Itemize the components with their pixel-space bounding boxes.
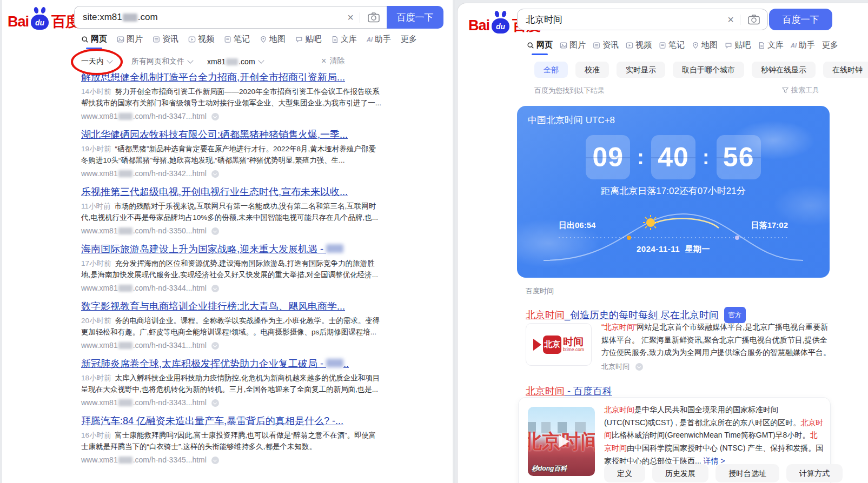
- clock-hours: 09: [586, 135, 630, 179]
- result-title-link[interactable]: 数字影视教育与电商培训企业排行榜:北大青鸟、飓风电商学...: [81, 300, 385, 312]
- tab-video[interactable]: 视频: [188, 34, 214, 49]
- filter-chip-0[interactable]: 全部: [534, 62, 568, 78]
- result-title-link[interactable]: 北京时间 - 百度百科: [526, 385, 612, 398]
- filter-scope[interactable]: 所有网页和文件: [131, 57, 193, 66]
- result-age: 20小时前: [81, 317, 111, 325]
- flip-clock: 09 : 40 : 56: [517, 135, 830, 179]
- result-title-link[interactable]: 海南国际旅游岛建设上升为国家战略,迎来重大发展机遇 -: [81, 243, 385, 255]
- tab-news[interactable]: 资讯: [593, 40, 619, 55]
- timezone-label: 中国北京时间 UTC+8: [528, 114, 615, 126]
- result-source: 北京时间: [601, 362, 643, 372]
- result-menu-caret-icon[interactable]: [211, 399, 219, 407]
- result-title-link[interactable]: 湖北华健硒园农牧科技有限公司:硒都黑猪种猪销售火爆,一季...: [81, 129, 385, 140]
- redacted-text: [118, 170, 132, 177]
- search-input[interactable]: 北京时间 ×: [517, 9, 768, 30]
- clock-colon: :: [637, 146, 644, 169]
- image-icon: [560, 42, 567, 49]
- ai-icon: Ai: [367, 36, 373, 43]
- tab-assistant[interactable]: Ai助手: [791, 40, 815, 55]
- news-icon: [593, 42, 600, 49]
- baike-chip-3[interactable]: 计算方式: [786, 464, 843, 482]
- result-title-link[interactable]: 解放思想健全机制打造平台全力招商,开创全市招商引资新局...: [81, 71, 385, 83]
- tab-more[interactable]: 更多: [822, 40, 838, 55]
- result-snippet: 19小时前“硒都黑猪”新品种选育肯定要在原产地进行才行。2022年8月,黄木垭村…: [81, 143, 383, 166]
- quick-filter-chips: 全部校准实时显示取自于哪个城市秒钟在线显示在线时钟哪个城市: [534, 62, 868, 78]
- filter-chip-1[interactable]: 校准: [575, 62, 609, 78]
- tab-news[interactable]: 资讯: [153, 34, 178, 49]
- tab-image[interactable]: 图片: [560, 40, 586, 55]
- clear-input-icon[interactable]: ×: [721, 14, 740, 25]
- redacted-text: [326, 359, 343, 367]
- tab-webpage[interactable]: 网页: [81, 34, 107, 49]
- result-title-link[interactable]: 新冠肺炎席卷全球,太库积极发挥优势助力企业复工破局 - ..: [81, 358, 385, 370]
- result-snippet: 17小时前充分发挥海南的区位和资源优势,建设海南国际旅游岛,打造有国际竞争力的旅…: [81, 258, 383, 280]
- tab-tieba[interactable]: 贴吧: [295, 34, 321, 49]
- search-query-text: 北京时间: [518, 14, 562, 26]
- baidu-paw-icon: du: [30, 6, 50, 30]
- tab-map[interactable]: 地图: [260, 34, 286, 49]
- baike-chip-0[interactable]: 定义: [604, 464, 645, 482]
- tab-wenku[interactable]: 文库: [331, 34, 357, 49]
- logo-bai-text: Bai: [468, 17, 489, 34]
- card-source-label: 百度时间: [526, 286, 554, 296]
- camera-search-icon[interactable]: [740, 14, 767, 25]
- result-menu-caret-icon[interactable]: [211, 342, 219, 350]
- clock-colon: :: [703, 146, 710, 169]
- filter-chip-3[interactable]: 取自于哪个城市: [673, 62, 744, 78]
- filter-time-range[interactable]: 一天内: [81, 57, 112, 66]
- result-url: www.xm81.com/h-nd-3345...html: [81, 455, 385, 464]
- result-title-link[interactable]: 乐视推第三代超级电视,开创电视行业生态时代,宣布未来以收...: [81, 186, 385, 198]
- tab-assistant[interactable]: Ai助手: [367, 34, 391, 49]
- result-menu-caret-icon[interactable]: [211, 170, 219, 178]
- result-snippet: “北京时间”网站是北京首个市级融媒体平台,是北京广播电视台重要新媒体平台。 汇聚…: [601, 321, 831, 359]
- tab-note[interactable]: 笔记: [659, 40, 685, 55]
- result-thumbnail-btime-logo[interactable]: 北京 时间 btime.com: [526, 323, 592, 366]
- result-menu-caret-icon[interactable]: [211, 227, 219, 235]
- result-age: 19小时前: [81, 145, 111, 153]
- baike-video-thumbnail[interactable]: 北京时间 秒dong百科: [528, 407, 595, 476]
- video-icon: [626, 42, 633, 49]
- result-title-link[interactable]: 拜腾汽车:84 亿融资未造出量产车,暴雷背后的真相是什么? -...: [81, 415, 385, 427]
- clear-input-icon[interactable]: ×: [341, 12, 360, 23]
- chevron-down-icon: [107, 57, 112, 63]
- tab-webpage[interactable]: 网页: [527, 40, 553, 55]
- baike-chip-2[interactable]: 授时台选址: [715, 464, 779, 482]
- tab-video[interactable]: 视频: [626, 40, 652, 55]
- tab-wenku[interactable]: 文库: [758, 40, 784, 55]
- filter-chip-4[interactable]: 秒钟在线显示: [752, 62, 816, 78]
- tab-note[interactable]: 笔记: [224, 34, 250, 49]
- search-input[interactable]: site:xm81.com ×: [74, 6, 387, 29]
- filter-chip-2[interactable]: 实时显示: [617, 62, 665, 78]
- search-result: 新冠肺炎席卷全球,太库积极发挥优势助力企业复工破局 - ..18小时前太库入孵科…: [81, 358, 385, 407]
- left-browser-page: Bai du 百度 site:xm81.com × 百度一下 网页图片资讯视频笔…: [2, 0, 453, 483]
- clock-seconds: 56: [717, 135, 761, 179]
- search-button[interactable]: 百度一下: [769, 9, 832, 30]
- map-pin-icon: [692, 42, 699, 49]
- result-menu-caret-icon[interactable]: [211, 285, 219, 292]
- baike-section-chips: 定义历史发展授时台选址计算方式: [604, 464, 843, 482]
- result-menu-caret-icon[interactable]: [635, 363, 643, 371]
- redacted-text: [118, 227, 132, 234]
- result-menu-caret-icon[interactable]: [211, 113, 219, 120]
- search-button[interactable]: 百度一下: [387, 6, 443, 29]
- search-results-list: 解放思想健全机制打造平台全力招商,开创全市招商引资新局...14小时前努力开创全…: [81, 71, 385, 472]
- clear-filters-button[interactable]: ×清除: [321, 56, 344, 66]
- redacted-text: [123, 14, 137, 22]
- camera-search-icon[interactable]: [360, 12, 387, 23]
- search-result: 解放思想健全机制打造平台全力招商,开创全市招商引资新局...14小时前努力开创全…: [81, 71, 385, 120]
- active-tab-underline: [532, 53, 548, 55]
- baidu-logo[interactable]: Bai du 百度: [8, 6, 79, 30]
- filter-chip-5[interactable]: 在线时钟: [823, 62, 868, 78]
- tab-map[interactable]: 地图: [692, 40, 718, 55]
- result-menu-caret-icon[interactable]: [211, 457, 219, 464]
- filter-site[interactable]: xm81.com: [207, 57, 263, 66]
- tab-image[interactable]: 图片: [117, 34, 143, 49]
- baike-chip-1[interactable]: 历史发展: [652, 464, 708, 482]
- search-tools-button[interactable]: 搜索工具: [782, 85, 819, 95]
- close-icon: ×: [321, 57, 326, 65]
- redacted-text: [118, 399, 132, 406]
- search-query-text: site:xm81.com: [75, 12, 158, 23]
- tab-tieba[interactable]: 贴吧: [725, 40, 751, 55]
- result-age: 14小时前: [81, 88, 111, 96]
- tab-more[interactable]: 更多: [401, 34, 417, 49]
